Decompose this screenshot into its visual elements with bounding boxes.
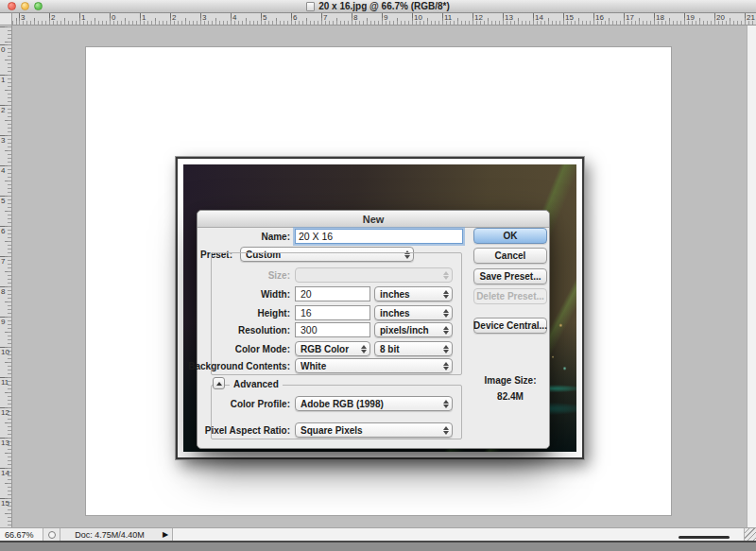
triangle-up-icon xyxy=(216,379,222,386)
ruler-number: 11 xyxy=(444,14,452,22)
maximize-button[interactable] xyxy=(34,2,43,10)
name-input[interactable] xyxy=(295,229,463,244)
device-central-button-label: Device Central... xyxy=(473,320,547,331)
pixel-aspect-label: Pixel Aspect Ratio: xyxy=(205,425,290,436)
device-central-button[interactable]: Device Central... xyxy=(473,318,547,334)
ruler-number: 4 xyxy=(1,167,5,175)
ruler-number: 2 xyxy=(172,14,176,22)
stepper-icon xyxy=(443,397,449,411)
advanced-label: Advanced xyxy=(230,379,283,389)
width-unit-value: inches xyxy=(380,289,440,300)
ruler-horizontal[interactable]: 3210123456789101112131415161718192021 xyxy=(12,13,756,26)
ruler-number: 14 xyxy=(1,470,9,477)
ruler-number: 3 xyxy=(21,14,25,22)
stepper-icon xyxy=(443,323,449,337)
ruler-number: 8 xyxy=(1,288,5,296)
ruler-number: 5 xyxy=(263,14,266,22)
ruler-number: 7 xyxy=(1,258,5,266)
color-profile-dropdown[interactable]: Adobe RGB (1998) xyxy=(295,396,453,411)
traffic-lights xyxy=(8,2,43,10)
stepper-icon xyxy=(361,342,367,356)
window-title: 20 x 16.jpg @ 66.7% (RGB/8*) xyxy=(306,1,450,11)
ruler-number: 16 xyxy=(595,14,604,22)
resolution-input[interactable]: 300 xyxy=(295,322,370,337)
advanced-disclosure-button[interactable] xyxy=(213,377,225,389)
color-profile-label: Color Profile: xyxy=(231,399,290,409)
ruler-number: 12 xyxy=(1,409,9,417)
bit-depth-value: 8 bit xyxy=(380,344,440,354)
close-button[interactable] xyxy=(8,2,16,10)
width-input[interactable]: 20 xyxy=(295,286,370,301)
ruler-number: 3 xyxy=(1,137,5,145)
resize-grip-icon[interactable] xyxy=(744,527,756,541)
color-profile-value: Adobe RGB (1998) xyxy=(301,399,440,409)
document-icon xyxy=(306,2,315,11)
dialog-title: New xyxy=(363,214,385,225)
ruler-number: 15 xyxy=(1,500,9,508)
pixel-aspect-value: Square Pixels xyxy=(301,425,440,436)
ruler-number: 10 xyxy=(1,349,9,356)
ruler-number: 14 xyxy=(535,14,543,22)
delete-preset-button-label: Delete Preset... xyxy=(476,291,544,301)
ruler-number: 4 xyxy=(232,14,236,22)
ruler-number: 13 xyxy=(505,14,513,22)
status-bar: 66.67% Doc: 4.75M/4.40M ▶ xyxy=(0,527,756,541)
height-input[interactable]: 16 xyxy=(295,305,370,320)
window-title-text: 20 x 16.jpg @ 66.7% (RGB/8*) xyxy=(318,1,450,11)
canvas-area[interactable]: New Name: Preset: Custom Size: Width: xyxy=(12,26,747,527)
save-preset-button[interactable]: Save Preset... xyxy=(473,268,547,284)
ruler-number: 3 xyxy=(202,14,206,22)
ruler-number: 0 xyxy=(112,14,115,22)
ruler-number: 1 xyxy=(142,14,146,22)
ruler-number: 2 xyxy=(1,107,5,114)
pixel-aspect-dropdown[interactable]: Square Pixels xyxy=(295,422,453,438)
cancel-button[interactable]: Cancel xyxy=(473,248,547,264)
color-mode-value: RGB Color xyxy=(301,344,358,354)
name-label: Name: xyxy=(261,232,290,242)
status-menu-button[interactable]: ▶ xyxy=(159,528,173,541)
stepper-icon xyxy=(443,342,449,356)
bit-depth-dropdown[interactable]: 8 bit xyxy=(374,341,453,356)
ok-button-label: OK xyxy=(504,231,518,241)
ruler-number: 0 xyxy=(1,46,5,54)
ruler-number: 13 xyxy=(1,439,9,447)
stepper-icon xyxy=(443,268,449,283)
ruler-number: 2 xyxy=(51,14,55,22)
ruler-number: 11 xyxy=(1,379,9,387)
desktop-strip xyxy=(0,542,756,551)
ruler-number: 17 xyxy=(626,14,634,22)
horizontal-scrollbar-thumb[interactable] xyxy=(679,536,730,539)
zoom-level-field[interactable]: 66.67% xyxy=(0,528,43,541)
ruler-number: 20 xyxy=(716,14,725,22)
ruler-number: 1 xyxy=(81,14,85,22)
vertical-scrollbar[interactable] xyxy=(747,26,756,527)
menu-arrow-icon: ▶ xyxy=(163,530,168,539)
save-preset-button-label: Save Preset... xyxy=(479,271,541,282)
color-mode-dropdown[interactable]: RGB Color xyxy=(295,341,370,356)
stepper-icon xyxy=(443,359,449,373)
height-unit-dropdown[interactable]: inches xyxy=(374,305,453,320)
ruler-number: 8 xyxy=(353,14,357,22)
cancel-button-label: Cancel xyxy=(495,250,526,261)
zoom-level-value: 66.67% xyxy=(5,530,34,540)
dialog-titlebar[interactable]: New xyxy=(198,211,549,228)
resolution-unit-dropdown[interactable]: pixels/inch xyxy=(374,322,453,337)
image-size-value: 82.4M xyxy=(473,391,547,402)
resolution-value: 300 xyxy=(301,324,367,336)
ok-button[interactable]: OK xyxy=(473,228,547,244)
stepper-icon xyxy=(443,423,449,438)
ruler-vertical[interactable]: 0123456789101112131415 xyxy=(0,26,12,527)
background-contents-dropdown[interactable]: White xyxy=(295,358,453,373)
ruler-number: 7 xyxy=(323,14,327,22)
horizontal-scrollbar[interactable] xyxy=(173,528,744,541)
doc-size-indicator[interactable]: Doc: 4.75M/4.40M xyxy=(60,528,159,541)
new-document-dialog: New Name: Preset: Custom Size: Width: xyxy=(197,210,550,449)
window-titlebar[interactable]: 20 x 16.jpg @ 66.7% (RGB/8*) xyxy=(0,0,756,13)
minimize-button[interactable] xyxy=(21,2,29,10)
stepper-icon xyxy=(443,306,449,320)
height-label: Height: xyxy=(258,308,290,319)
width-unit-dropdown[interactable]: inches xyxy=(374,286,453,301)
color-mode-label: Color Mode: xyxy=(235,344,290,354)
image-size-label: Image Size: xyxy=(473,375,547,386)
ruler-number: 21 xyxy=(747,14,755,22)
